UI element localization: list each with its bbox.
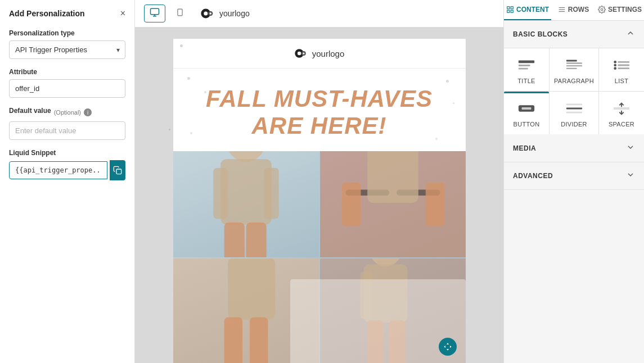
email-logo-row: yourlogo — [173, 39, 466, 69]
title-block-icon — [516, 57, 537, 73]
mobile-view-button[interactable] — [171, 4, 189, 22]
email-preview: yourlogo FALL MUST-HAVES ARE HERE! — [173, 39, 466, 363]
move-handle[interactable] — [439, 338, 457, 356]
tab-content-label: CONTENT — [516, 6, 549, 13]
fashion-image-section — [173, 151, 466, 363]
svg-rect-55 — [618, 61, 629, 63]
desktop-view-button[interactable] — [144, 4, 165, 22]
logo-icon — [200, 8, 216, 19]
media-section-title: MEDIA — [513, 144, 536, 152]
dot-decoration — [187, 77, 190, 80]
block-button[interactable]: BUTTON — [504, 92, 549, 134]
block-paragraph[interactable]: PARAGRAPH — [550, 48, 598, 91]
spacer-block-icon — [611, 101, 632, 116]
svg-rect-61 — [522, 107, 532, 110]
svg-rect-27 — [367, 151, 418, 203]
canvas-toolbar: yourlogo — [135, 0, 503, 28]
personalization-type-group: Personalization type API Trigger Propert… — [9, 29, 125, 59]
fashion-cell-2 — [320, 151, 466, 257]
svg-rect-53 — [566, 68, 577, 69]
divider-block-icon — [564, 101, 584, 116]
person-silhouette-2 — [320, 151, 466, 257]
default-value-label-row: Default value (Optional) i — [9, 107, 125, 118]
tab-rows-label: ROWS — [568, 6, 589, 13]
svg-point-56 — [614, 64, 616, 67]
svg-rect-59 — [618, 67, 629, 69]
liquid-snippet-label: Liquid Snippet — [9, 149, 125, 157]
grid-icon — [506, 6, 514, 13]
svg-rect-51 — [566, 62, 582, 63]
svg-rect-63 — [566, 108, 582, 110]
media-section-header[interactable]: MEDIA — [504, 135, 644, 162]
svg-rect-41 — [507, 10, 510, 12]
settings-icon — [598, 6, 606, 13]
tab-content[interactable]: CONTENT — [504, 0, 551, 20]
svg-rect-50 — [566, 60, 577, 62]
chevron-up-icon — [626, 29, 635, 38]
selected-indicator — [504, 92, 549, 93]
svg-point-11 — [298, 52, 301, 56]
personalization-type-select-wrapper: API Trigger Properties Contact Propertie… — [9, 40, 125, 59]
basic-blocks-toggle[interactable] — [626, 29, 635, 40]
personalization-type-select[interactable]: API Trigger Properties Contact Propertie… — [9, 40, 125, 59]
left-panel: Add Personalization × Personalization ty… — [0, 0, 135, 363]
tab-settings[interactable]: SETTINGS — [596, 0, 644, 20]
block-title[interactable]: TITLE — [504, 48, 549, 91]
rows-icon — [558, 6, 566, 13]
svg-point-7 — [204, 12, 208, 16]
svg-rect-66 — [614, 107, 629, 110]
button-block-label: BUTTON — [514, 121, 540, 128]
svg-point-54 — [614, 61, 616, 63]
svg-point-13 — [303, 52, 304, 54]
desktop-icon — [149, 7, 160, 17]
right-panel: CONTENT ROWS SETTINGS BASIC BLOCKS — [503, 0, 644, 363]
advanced-section-header[interactable]: ADVANCED — [504, 162, 644, 190]
block-divider[interactable]: DIVIDER — [550, 92, 598, 134]
svg-rect-19 — [246, 222, 266, 257]
panel-title: Add Personalization — [9, 9, 85, 18]
logo-text: yourlogo — [219, 9, 250, 18]
paragraph-block-icon — [564, 57, 584, 73]
advanced-toggle[interactable] — [626, 170, 635, 182]
advanced-section-title: ADVANCED — [513, 172, 553, 180]
right-panel-body: BASIC BLOCKS TITLE — [504, 21, 644, 363]
svg-rect-48 — [519, 65, 530, 66]
optional-tag: (Optional) — [54, 109, 81, 116]
svg-rect-42 — [511, 10, 513, 12]
dot-decoration — [190, 132, 192, 134]
dot-decoration — [446, 80, 449, 83]
svg-rect-0 — [116, 169, 121, 174]
panel-header: Add Personalization × — [9, 9, 125, 18]
copy-button[interactable] — [110, 160, 125, 180]
default-value-label: Default value — [9, 107, 51, 115]
email-logo-text: yourlogo — [312, 49, 345, 58]
liquid-snippet-input[interactable] — [9, 161, 107, 179]
block-spacer[interactable]: SPACER — [599, 92, 644, 134]
close-button[interactable]: × — [120, 9, 125, 18]
info-icon: i — [84, 108, 92, 116]
chevron-down-icon — [626, 143, 635, 152]
default-value-group: Default value (Optional) i — [9, 107, 125, 140]
attribute-input[interactable] — [9, 79, 125, 98]
copy-icon — [113, 166, 122, 175]
person-silhouette-1 — [173, 151, 319, 257]
basic-blocks-grid: TITLE PARAGRAPH — [504, 48, 644, 134]
svg-rect-62 — [566, 104, 582, 106]
svg-rect-30 — [224, 317, 242, 363]
block-list[interactable]: LIST — [599, 48, 644, 91]
media-toggle[interactable] — [626, 143, 635, 154]
title-block-label: TITLE — [517, 78, 535, 84]
email-logo-icon — [294, 48, 309, 59]
mobile-icon — [176, 7, 184, 17]
list-block-label: LIST — [615, 78, 628, 84]
svg-rect-15 — [220, 159, 272, 225]
center-canvas: yourlogo yourlogo — [135, 0, 503, 363]
fashion-grid — [173, 151, 466, 363]
svg-rect-25 — [341, 182, 361, 226]
fashion-cell-1 — [173, 151, 319, 257]
svg-rect-64 — [566, 112, 582, 114]
default-value-input[interactable] — [9, 121, 125, 140]
tab-settings-label: SETTINGS — [608, 6, 642, 13]
tab-rows[interactable]: ROWS — [551, 0, 596, 20]
basic-blocks-header: BASIC BLOCKS — [504, 21, 644, 48]
